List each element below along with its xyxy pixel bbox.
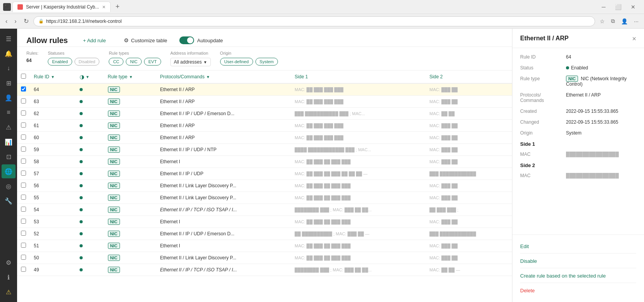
chip-user-defined[interactable]: User-defined bbox=[220, 58, 253, 66]
select-all-checkbox[interactable] bbox=[21, 74, 26, 79]
table-row[interactable]: 55NICEthernet II / Link Layer Discovery … bbox=[17, 192, 512, 204]
row-checkbox[interactable] bbox=[21, 98, 26, 104]
sidebar-icon-menu[interactable]: ☰ bbox=[2, 32, 16, 46]
disable-rule-btn[interactable]: Disable bbox=[520, 254, 636, 268]
table-row[interactable]: 59NICEthernet II / IP / UDP / NTP████ ██… bbox=[17, 144, 512, 156]
autoupdate-label: Autoupdate bbox=[197, 38, 223, 43]
sidebar-icon-settings[interactable]: ⚙ bbox=[2, 255, 16, 269]
address-bar[interactable]: 🔒 https://192.168.2.1/#/network-control bbox=[33, 16, 595, 26]
sidebar-icon-alert-bottom[interactable]: ⚠ bbox=[2, 285, 16, 299]
chip-evt[interactable]: EVT bbox=[144, 58, 161, 66]
more-btn[interactable]: ··· bbox=[632, 17, 641, 26]
table-row[interactable]: 63NICEthernet II / ARPMAC: ██ ███ ███ ██… bbox=[17, 96, 512, 108]
sidebar-icon-reports[interactable]: 📊 bbox=[2, 135, 16, 149]
row-checkbox[interactable] bbox=[21, 171, 26, 176]
sidebar-icon-grid[interactable]: ⊡ bbox=[2, 150, 16, 164]
table-row[interactable]: 51NICEthernet IMAC: ██ ███ ██ ███ ███MAC… bbox=[17, 240, 512, 252]
sidebar-icon-list[interactable]: ≡ bbox=[2, 105, 16, 119]
table-row[interactable]: 60NICEthernet II / ARPMAC: ██ ███ ███ ██… bbox=[17, 132, 512, 144]
rule-id-filter-icon[interactable]: ▼ bbox=[51, 75, 55, 79]
table-row[interactable]: 64NICEthernet II / ARPMAC: ██ ███ ███ ██… bbox=[17, 83, 512, 96]
table-row[interactable]: 58NICEthernet IMAC: ██ ███ ██ ███ ███MAC… bbox=[17, 156, 512, 168]
row-checkbox[interactable] bbox=[21, 255, 26, 260]
bookmark-btn[interactable]: ☆ bbox=[597, 17, 607, 26]
edit-rule-btn[interactable]: Edit bbox=[520, 240, 636, 254]
row-checkbox[interactable] bbox=[21, 159, 26, 164]
row-checkbox[interactable] bbox=[21, 110, 26, 116]
row-checkbox[interactable] bbox=[21, 243, 26, 248]
row-checkbox[interactable] bbox=[21, 231, 26, 236]
browser-tab[interactable]: Server | Kaspersky Industrial Cyb... ✕ bbox=[12, 2, 111, 12]
sidebar-icon-alerts[interactable]: 🔔 bbox=[2, 47, 16, 60]
address-value: All addresses bbox=[174, 59, 202, 65]
chip-system[interactable]: System bbox=[255, 58, 278, 66]
table-row[interactable]: 49NICEthernet II / IP / TCP / ISO TSAP /… bbox=[17, 264, 512, 276]
col-select-all[interactable] bbox=[17, 71, 30, 83]
row-checkbox[interactable] bbox=[21, 207, 26, 212]
sidebar-icon-warning[interactable]: ⚠ bbox=[2, 120, 16, 134]
changed-value: 2022-09-15 15:55:33.865 bbox=[566, 119, 636, 125]
table-row[interactable]: 50NICEthernet II / Link Layer Discovery … bbox=[17, 252, 512, 264]
refresh-btn[interactable]: ↻ bbox=[21, 16, 31, 26]
row-checkbox[interactable] bbox=[21, 219, 26, 224]
sidebar-icon-tools[interactable]: 🔧 bbox=[2, 194, 16, 208]
autoupdate-toggle[interactable] bbox=[179, 36, 194, 44]
row-checkbox[interactable] bbox=[21, 147, 26, 152]
row-checkbox-cell bbox=[17, 192, 30, 204]
profiles-btn[interactable]: ⧉ bbox=[609, 16, 617, 26]
minimize-btn[interactable]: ─ bbox=[599, 2, 608, 12]
customize-table-button[interactable]: ⚙ Customize table bbox=[118, 34, 173, 47]
row-protocols: Ethernet II / Link Layer Discovery P... bbox=[156, 252, 291, 264]
table-row[interactable]: 57NICEthernet II / IP / UDPMAC: ██ ███ █… bbox=[17, 168, 512, 180]
col-rule-id[interactable]: Rule ID ▼ bbox=[30, 71, 76, 83]
status-filter-icon[interactable]: ▼ bbox=[86, 75, 90, 79]
delete-rule-btn[interactable]: Delete bbox=[520, 284, 636, 297]
filter-rules-count: Rules: 64 bbox=[26, 51, 38, 63]
panel-close-btn[interactable]: × bbox=[632, 35, 636, 43]
chip-cc[interactable]: CC bbox=[109, 58, 123, 66]
add-rule-button[interactable]: + Add rule bbox=[77, 35, 112, 47]
tab-close-btn[interactable]: ✕ bbox=[102, 5, 106, 10]
sidebar-icon-users[interactable]: 👤 bbox=[2, 91, 16, 105]
nic-badge: NIC bbox=[566, 76, 578, 82]
chip-nic[interactable]: NIC bbox=[126, 58, 142, 66]
chip-disabled[interactable]: Disabled bbox=[75, 58, 100, 66]
row-checkbox-cell bbox=[17, 228, 30, 240]
col-protocols[interactable]: Protocols/Commands ▼ bbox=[156, 71, 291, 83]
col-rule-type[interactable]: Rule type ▼ bbox=[104, 71, 156, 83]
col-side1[interactable]: Side 1 bbox=[291, 71, 425, 83]
row-checkbox[interactable] bbox=[21, 86, 26, 91]
col-status-icon[interactable]: ◑ ▼ bbox=[76, 71, 104, 83]
table-row[interactable]: 53NICEthernet IMAC: ██ ███ ██ ███ ███MAC… bbox=[17, 216, 512, 228]
close-window-btn[interactable]: ✕ bbox=[628, 2, 638, 12]
row-checkbox[interactable] bbox=[21, 183, 26, 188]
rule-type-filter-icon[interactable]: ▼ bbox=[129, 75, 133, 79]
col-side2[interactable]: Side 2 bbox=[425, 71, 512, 83]
row-checkbox-cell bbox=[17, 132, 30, 144]
row-checkbox[interactable] bbox=[21, 123, 26, 128]
table-row[interactable]: 54NICEthernet II / IP / TCP / ISO TSAP /… bbox=[17, 204, 512, 216]
protocols-filter-icon[interactable]: ▼ bbox=[206, 75, 210, 79]
row-checkbox[interactable] bbox=[21, 135, 26, 140]
address-dropdown[interactable]: All addresses ▼ bbox=[170, 58, 211, 66]
table-row[interactable]: 56NICEthernet II / Link Layer Discovery … bbox=[17, 180, 512, 192]
row-side1: MAC: ██ ███ ██ ███ ███ bbox=[291, 156, 425, 168]
create-based-on-rule-btn[interactable]: Create rule based on the selected rule bbox=[520, 269, 636, 283]
sidebar-icon-network[interactable]: 🌐 bbox=[2, 164, 16, 178]
sidebar-icon-dashboard[interactable]: ⊞ bbox=[2, 76, 16, 90]
row-checkbox[interactable] bbox=[21, 267, 26, 272]
maximize-btn[interactable]: ⬜ bbox=[613, 2, 624, 12]
chip-enabled[interactable]: Enabled bbox=[48, 58, 72, 66]
table-row[interactable]: 62NICEthernet II / IP / UDP / Emerson D.… bbox=[17, 108, 512, 120]
sidebar-icon-monitor[interactable]: ◎ bbox=[2, 179, 16, 193]
sidebar-icon-download[interactable]: ↓ bbox=[2, 61, 16, 75]
table-row[interactable]: 61NICEthernet II / ARPMAC: ██ ███ ███ ██… bbox=[17, 120, 512, 132]
sidebar-icon-info[interactable]: ℹ bbox=[2, 270, 16, 284]
account-btn[interactable]: 👤 bbox=[619, 17, 630, 26]
table-row[interactable]: 52NICEthernet II / IP / UDP / Emerson D.… bbox=[17, 228, 512, 240]
forward-btn[interactable]: › bbox=[12, 16, 19, 26]
row-checkbox[interactable] bbox=[21, 195, 26, 200]
back-btn[interactable]: ‹ bbox=[3, 16, 10, 26]
row-protocols: Ethernet II / IP / TCP / ISO TSAP / I... bbox=[156, 204, 291, 216]
new-tab-btn[interactable]: + bbox=[112, 2, 123, 12]
